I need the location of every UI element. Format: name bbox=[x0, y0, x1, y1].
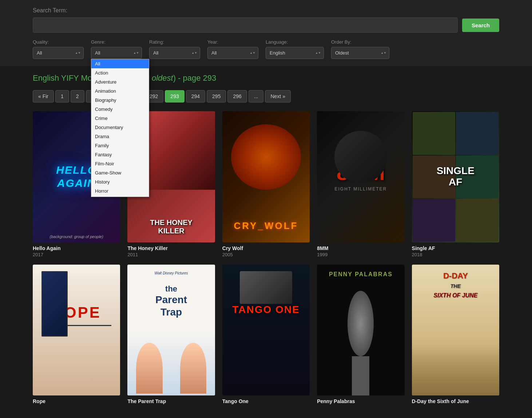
genre-item-drama[interactable]: Drama bbox=[91, 132, 149, 141]
movie-year-single-af: 2018 bbox=[412, 252, 499, 257]
filters-row: Quality: All 720p 1080p 2160p 3D Genre: … bbox=[33, 39, 499, 59]
orderby-select[interactable]: Oldest bbox=[331, 47, 389, 59]
year-select-wrapper: All bbox=[207, 47, 258, 59]
genre-item-fantasy[interactable]: Fantasy bbox=[91, 150, 149, 159]
quality-label: Quality: bbox=[33, 39, 84, 45]
genre-select-wrapper: All bbox=[91, 47, 142, 59]
movie-title-rope: Rope bbox=[33, 398, 120, 404]
search-input[interactable] bbox=[33, 17, 458, 33]
movie-card-dday[interactable]: D-DAYtheSixth of June D-Day the Sixth of… bbox=[412, 265, 499, 405]
language-select[interactable]: English bbox=[266, 47, 324, 59]
movie-poster-8mm: 8MM EIGHT MILLIMETER bbox=[317, 111, 404, 242]
movie-title-dday: D-Day the Sixth of June bbox=[412, 398, 499, 404]
genre-dropdown: AllActionAdventureAnimationBiographyCome… bbox=[91, 59, 149, 197]
page-293-btn[interactable]: 293 bbox=[165, 90, 184, 103]
search-row: Search bbox=[33, 17, 499, 33]
rating-filter-group: Rating: All bbox=[149, 39, 200, 59]
page-294-btn[interactable]: 294 bbox=[186, 90, 205, 103]
movie-title-tango-one: Tango One bbox=[222, 398, 310, 404]
movie-poster-dday: D-DAYtheSixth of June bbox=[412, 265, 499, 396]
genre-item-adventure[interactable]: Adventure bbox=[91, 77, 149, 87]
genre-item-all[interactable]: All bbox=[91, 59, 149, 68]
page-ellipsis-2: ... bbox=[249, 90, 264, 103]
genre-item-biography[interactable]: Biography bbox=[91, 96, 149, 105]
rating-select-wrapper: All bbox=[149, 47, 200, 59]
language-select-wrapper: English bbox=[266, 47, 324, 59]
movie-poster-rope: ROPE bbox=[33, 265, 120, 396]
quality-select-wrapper: All 720p 1080p 2160p 3D bbox=[33, 47, 84, 59]
movie-title-hello-again: Hello Again bbox=[33, 245, 120, 251]
movie-card-cry-wolf[interactable]: CRY_WOLF Cry Wolf 2005 bbox=[222, 111, 310, 257]
genre-select[interactable]: All bbox=[91, 47, 142, 59]
page-1-btn[interactable]: 1 bbox=[55, 90, 69, 103]
year-label: Year: bbox=[207, 39, 258, 45]
search-button[interactable]: Search bbox=[462, 19, 499, 32]
movie-poster-penny: PENNY PALABRAS bbox=[317, 265, 404, 396]
year-select[interactable]: All bbox=[207, 47, 258, 59]
movie-year-honey-killer: 2011 bbox=[127, 252, 215, 257]
genre-item-documentary[interactable]: Documentary bbox=[91, 123, 149, 132]
movie-card-rope[interactable]: ROPE Rope bbox=[33, 265, 120, 405]
movie-card-single-af[interactable]: SINGLEAF Single AF 2018 bbox=[412, 111, 499, 257]
movie-poster-cry-wolf: CRY_WOLF bbox=[222, 111, 310, 242]
movie-title-single-af: Single AF bbox=[412, 245, 499, 251]
rating-label: Rating: bbox=[149, 39, 200, 45]
year-filter-group: Year: All bbox=[207, 39, 258, 59]
movie-poster-parent-trap: Walt Disney Pictures theParentTrap bbox=[127, 265, 215, 396]
language-label: Language: bbox=[266, 39, 324, 45]
orderby-filter-group: Order By: Oldest bbox=[331, 39, 389, 59]
orderby-label: Order By: bbox=[331, 39, 389, 45]
genre-label: Genre: bbox=[91, 39, 142, 45]
movie-title-penny: Penny Palabras bbox=[317, 398, 404, 404]
page-295-btn[interactable]: 295 bbox=[207, 90, 226, 103]
quality-select[interactable]: All 720p 1080p 2160p 3D bbox=[33, 47, 84, 59]
next-page-btn[interactable]: Next » bbox=[265, 90, 290, 103]
movie-title-cry-wolf: Cry Wolf bbox=[222, 245, 310, 251]
movie-card-penny[interactable]: PENNY PALABRAS Penny Palabras bbox=[317, 265, 404, 405]
movie-card-8mm[interactable]: 8MM EIGHT MILLIMETER 8MM 1999 bbox=[317, 111, 404, 257]
first-page-btn[interactable]: « Fir bbox=[33, 90, 54, 103]
movie-poster-tango-one: TANGO ONE bbox=[222, 265, 310, 396]
genre-item-horror[interactable]: Horror bbox=[91, 186, 149, 196]
genre-item-action[interactable]: Action bbox=[91, 68, 149, 77]
genre-filter-group: Genre: All AllActionAdventureAnimationBi… bbox=[91, 39, 142, 59]
genre-item-comedy[interactable]: Comedy bbox=[91, 105, 149, 114]
movie-poster-single-af: SINGLEAF bbox=[412, 111, 499, 242]
movie-year-8mm: 1999 bbox=[317, 252, 404, 257]
genre-item-animation[interactable]: Animation bbox=[91, 87, 149, 96]
genre-item-game-show[interactable]: Game-Show bbox=[91, 168, 149, 177]
page-296-btn[interactable]: 296 bbox=[227, 90, 247, 103]
genre-item-film-noir[interactable]: Film-Noir bbox=[91, 159, 149, 168]
movie-title-honey-killer: The Honey Killer bbox=[127, 245, 215, 251]
search-term-label: Search Term: bbox=[33, 7, 499, 14]
genre-item-family[interactable]: Family bbox=[91, 141, 149, 150]
movie-card-tango-one[interactable]: TANGO ONE Tango One bbox=[222, 265, 310, 405]
genre-item-crime[interactable]: Crime bbox=[91, 114, 149, 123]
language-filter-group: Language: English bbox=[266, 39, 324, 59]
main-content: English YIFY Movies (ordered by oldest) … bbox=[0, 66, 532, 412]
quality-filter-group: Quality: All 720p 1080p 2160p 3D bbox=[33, 39, 84, 59]
movie-title-parent-trap: The Parent Trap bbox=[127, 398, 215, 404]
page-2-btn[interactable]: 2 bbox=[71, 90, 84, 103]
genre-item-history[interactable]: History bbox=[91, 177, 149, 186]
movie-year-cry-wolf: 2005 bbox=[222, 252, 310, 257]
rating-select[interactable]: All bbox=[149, 47, 200, 59]
movie-card-parent-trap[interactable]: Walt Disney Pictures theParentTrap The P… bbox=[127, 265, 215, 405]
orderby-select-wrapper: Oldest bbox=[331, 47, 389, 59]
genre-item-music[interactable]: Music bbox=[91, 196, 149, 197]
top-section: Search Term: Search Quality: All 720p 10… bbox=[0, 0, 532, 66]
movie-year-hello-again: 2017 bbox=[33, 252, 120, 257]
movie-title-8mm: 8MM bbox=[317, 245, 404, 251]
